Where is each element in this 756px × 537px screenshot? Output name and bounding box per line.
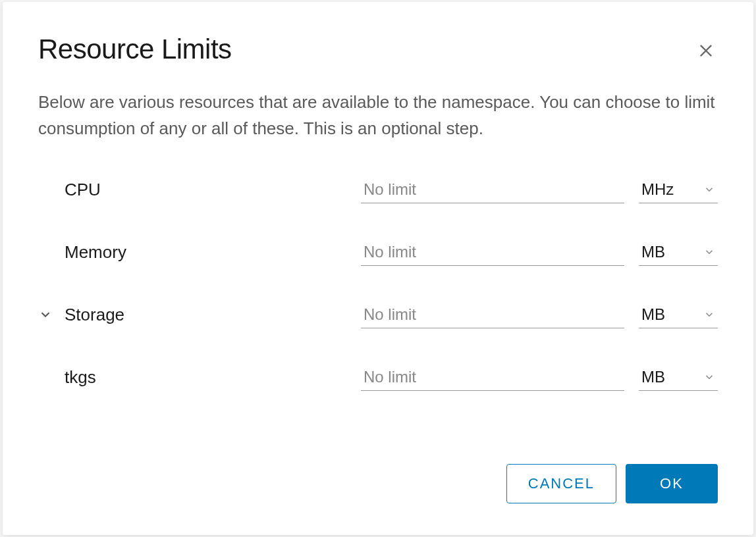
- cpu-unit-value: MHz: [641, 180, 674, 199]
- resource-limits-dialog: Resource Limits Below are various resour…: [3, 2, 753, 535]
- row-tkgs: tkgs MB: [38, 364, 718, 391]
- label-storage: Storage: [65, 305, 124, 325]
- dialog-description: Below are various resources that are ava…: [38, 89, 718, 142]
- label-memory: Memory: [38, 242, 361, 263]
- input-col-memory: MB: [361, 239, 718, 266]
- storage-input[interactable]: [361, 301, 624, 328]
- cpu-unit-select[interactable]: MHz: [639, 176, 718, 203]
- chevron-down-icon: [38, 307, 53, 322]
- close-icon: [697, 41, 715, 60]
- chevron-down-icon: [703, 184, 715, 195]
- close-button[interactable]: [694, 39, 718, 63]
- cpu-input[interactable]: [361, 176, 624, 203]
- memory-unit-select[interactable]: MB: [639, 239, 718, 266]
- label-cpu: CPU: [38, 180, 361, 200]
- form-rows: CPU MHz Memory MB: [38, 176, 718, 391]
- dialog-header: Resource Limits: [38, 34, 718, 65]
- input-col-cpu: MHz: [361, 176, 718, 203]
- storage-unit-select[interactable]: MB: [639, 301, 718, 328]
- chevron-down-icon: [703, 371, 715, 383]
- storage-unit-value: MB: [641, 305, 665, 324]
- chevron-down-icon: [703, 246, 715, 258]
- tkgs-unit-value: MB: [641, 368, 665, 386]
- dialog-footer: CANCEL OK: [38, 464, 718, 503]
- input-col-storage: MB: [361, 301, 718, 328]
- row-storage: Storage MB: [38, 301, 718, 328]
- label-tkgs: tkgs: [38, 367, 361, 388]
- chevron-down-icon: [703, 309, 715, 320]
- memory-input[interactable]: [361, 239, 624, 266]
- tkgs-unit-select[interactable]: MB: [639, 364, 718, 391]
- tkgs-input[interactable]: [361, 364, 624, 391]
- row-memory: Memory MB: [38, 239, 718, 266]
- dialog-title: Resource Limits: [38, 34, 232, 65]
- memory-unit-value: MB: [641, 243, 665, 261]
- cancel-button[interactable]: CANCEL: [506, 464, 616, 503]
- row-cpu: CPU MHz: [38, 176, 718, 203]
- ok-button[interactable]: OK: [626, 464, 718, 503]
- storage-expand-toggle[interactable]: [38, 307, 65, 322]
- input-col-tkgs: MB: [361, 364, 718, 391]
- label-storage-col: Storage: [38, 305, 361, 325]
